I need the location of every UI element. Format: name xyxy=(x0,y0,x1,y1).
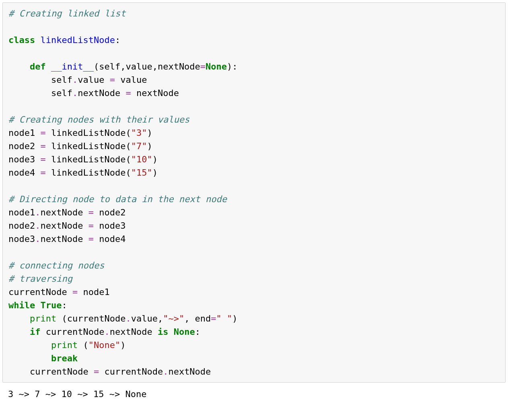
code-text: node1 xyxy=(8,207,35,217)
code-text: currentNode xyxy=(8,287,72,297)
function-name: __init__ xyxy=(51,61,94,72)
code-text: self xyxy=(51,88,72,98)
attr-dot: . xyxy=(125,313,131,324)
code-text: linkedListNode( xyxy=(51,154,131,164)
string: "7" xyxy=(131,141,147,151)
indent xyxy=(8,327,30,337)
class-name: linkedListNode xyxy=(40,35,115,45)
code-text: currentNode xyxy=(104,367,163,377)
params: (self,value,nextNode xyxy=(94,61,200,72)
indent xyxy=(8,340,51,350)
code-text: node1 xyxy=(83,287,109,297)
code-text: linkedListNode( xyxy=(51,141,131,151)
notebook-container: # Creating linked list class linkedListN… xyxy=(0,2,508,405)
keyword-is: is xyxy=(158,327,169,337)
code-text: value xyxy=(120,75,147,85)
builtin-print: print xyxy=(30,313,56,324)
string: "10" xyxy=(131,154,152,164)
builtin-true: True xyxy=(40,300,62,310)
code-text: node3 xyxy=(8,154,40,164)
operator: = xyxy=(40,128,51,138)
code-text: node4 xyxy=(99,234,125,244)
operator: = xyxy=(110,75,121,85)
keyword-if: if xyxy=(30,327,41,337)
code-text: , end xyxy=(184,313,211,324)
code-text: linkedListNode( xyxy=(51,128,131,138)
attr-dot: . xyxy=(72,75,78,85)
code-text: ( xyxy=(78,340,88,350)
keyword-def: def xyxy=(30,61,46,72)
code-text: nextNode xyxy=(168,367,211,377)
space xyxy=(35,300,40,310)
operator: = xyxy=(200,61,206,72)
code-text: nextNode xyxy=(40,207,88,217)
code-text: ) xyxy=(147,141,152,151)
params-close: ): xyxy=(227,61,238,72)
code-text: linkedListNode( xyxy=(51,168,131,178)
code-text: node3 xyxy=(99,221,125,231)
operator: = xyxy=(40,168,51,178)
keyword-while: while xyxy=(8,300,35,310)
code-text: currentNode xyxy=(30,367,94,377)
code-text: value, xyxy=(131,313,163,324)
attr-dot: . xyxy=(72,88,78,98)
string: "3" xyxy=(131,128,147,138)
builtin-none: None xyxy=(206,61,227,72)
attr-dot: . xyxy=(35,234,40,244)
code-text: node2 xyxy=(8,141,40,151)
code-text: nextNode xyxy=(136,88,179,98)
code-text: ) xyxy=(232,313,237,324)
code-text: nextNode xyxy=(110,327,158,337)
code-text: ) xyxy=(147,128,152,138)
indent xyxy=(8,353,51,363)
attr-dot: . xyxy=(163,367,168,377)
attr-dot: . xyxy=(35,207,40,217)
code-text: node2 xyxy=(99,207,125,217)
code-text: nextNode xyxy=(78,88,125,98)
string: "15" xyxy=(131,168,152,178)
indent xyxy=(8,367,30,377)
string: "~>" xyxy=(163,313,184,324)
string: " " xyxy=(216,313,232,324)
code-text: self xyxy=(51,75,72,85)
code-text: node1 xyxy=(8,128,40,138)
code-text: nextNode xyxy=(40,221,88,231)
punct: : xyxy=(62,300,67,310)
builtin-none: None xyxy=(174,327,195,337)
operator: = xyxy=(211,313,216,324)
code-text: currentNode xyxy=(40,327,104,337)
operator: = xyxy=(40,154,51,164)
code-input-cell[interactable]: # Creating linked list class linkedListN… xyxy=(2,2,506,383)
comment: # Creating nodes with their values xyxy=(8,115,189,125)
code-text: ) xyxy=(152,154,158,164)
comment: # traversing xyxy=(8,274,72,284)
comment: # Creating linked list xyxy=(8,8,125,18)
operator: = xyxy=(88,221,99,231)
attr-dot: . xyxy=(104,327,109,337)
operator: = xyxy=(125,88,136,98)
indent xyxy=(8,313,30,324)
string: "None" xyxy=(88,340,120,350)
keyword-class: class xyxy=(8,35,35,45)
operator: = xyxy=(88,207,99,217)
builtin-print: print xyxy=(51,340,78,350)
code-text: node3 xyxy=(8,234,35,244)
code-text: ) xyxy=(120,340,125,350)
operator: = xyxy=(72,287,83,297)
punct: : xyxy=(195,327,200,337)
code-text: ) xyxy=(152,168,158,178)
code-block: # Creating linked list class linkedListN… xyxy=(8,7,500,378)
output-cell: 3 ~> 7 ~> 10 ~> 15 ~> None xyxy=(2,385,506,405)
comment: # Directing node to data in the next nod… xyxy=(8,194,227,204)
space xyxy=(168,327,173,337)
operator: = xyxy=(40,141,51,151)
operator: = xyxy=(88,234,99,244)
code-text: (currentNode xyxy=(56,313,125,324)
comment: # connecting nodes xyxy=(8,260,104,270)
code-text: node4 xyxy=(8,168,40,178)
attr-dot: . xyxy=(35,221,40,231)
code-text: nextNode xyxy=(40,234,88,244)
code-text: node2 xyxy=(8,221,35,231)
punct: : xyxy=(115,35,120,45)
operator: = xyxy=(94,367,105,377)
